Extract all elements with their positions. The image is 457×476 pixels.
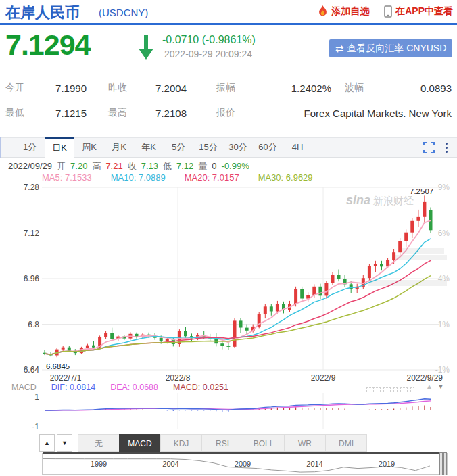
navigator-year: 1999	[91, 460, 107, 468]
add-watchlist-button[interactable]: 添加自选	[318, 5, 369, 18]
price-change: -0.0710 (-0.9861%)	[162, 34, 256, 46]
svg-text:1: 1	[34, 393, 39, 402]
period-tab-周K[interactable]: 周K	[74, 137, 104, 158]
stat-range: 波幅0.0893	[345, 76, 452, 101]
period-tab-60分[interactable]: 60分	[253, 137, 283, 158]
down-triangle-icon[interactable]: ▼	[437, 383, 444, 390]
info-segment: 高	[92, 161, 101, 171]
fullscreen-icon[interactable]	[423, 142, 435, 153]
svg-text:6.8: 6.8	[28, 320, 39, 329]
svg-text:7.28: 7.28	[24, 183, 40, 192]
left-accent	[0, 137, 1, 158]
svg-text:6.96: 6.96	[24, 274, 40, 283]
indicator-tab-WR[interactable]: WR	[284, 434, 326, 452]
phone-icon	[384, 5, 392, 18]
svg-text:1%: 1%	[438, 320, 450, 329]
info-segment: 7.12	[176, 161, 193, 171]
info-segment: 量	[198, 161, 207, 171]
period-tab-年K[interactable]: 年K	[134, 137, 164, 158]
info-segment: 0	[212, 161, 216, 171]
period-tab-5分[interactable]: 5分	[164, 137, 193, 158]
quote-page: 在岸人民币 (USDCNY) 添加自选 在APP中查看 7.1294	[0, 0, 457, 476]
stat-value: Forex Capital Markets. New York	[304, 108, 452, 119]
info-segment: 开	[57, 161, 66, 171]
reverse-rate-button[interactable]: ⇄ 查看反向汇率 CNYUSD	[329, 39, 452, 57]
navigator-year: 2014	[306, 460, 322, 468]
stat-value: 7.2108	[155, 108, 187, 119]
stat-value: 7.1990	[55, 82, 87, 94]
indicator-tab-无[interactable]: 无	[78, 434, 120, 452]
stat-value: 7.2004	[155, 82, 187, 94]
svg-text:9%: 9%	[438, 183, 450, 192]
stats-table: 今开7.1990昨收7.2004振幅1.2402%波幅0.0893最低7.121…	[5, 76, 452, 126]
indicator-tab-BOLL[interactable]: BOLL	[243, 434, 285, 452]
kebab-menu-icon[interactable]	[446, 141, 448, 153]
info-segment: MA20: 7.0157	[185, 172, 239, 183]
macd-labels: MACDDIF: 0.0814DEA: 0.0688MACD: 0.0251	[11, 383, 243, 392]
highlight-band	[402, 248, 444, 254]
info-segment: 7.20	[70, 161, 87, 171]
indicator-tab-DMI[interactable]: DMI	[325, 434, 367, 452]
symbol-label: (USDCNY)	[99, 7, 148, 18]
period-tab-1分[interactable]: 1分	[15, 137, 45, 158]
indicator-up-button[interactable]: ▲	[39, 434, 55, 452]
macd-chart[interactable]: 1-1	[0, 393, 457, 432]
history-navigator[interactable]: 19992004200920142019	[42, 453, 448, 475]
ohlc-info-line: 2022/09/29开7.20高7.21收7.13低7.12量0-0.99%	[8, 160, 254, 172]
highlight-band	[395, 255, 447, 260]
info-segment: 低	[163, 161, 172, 171]
indicator-tab-MACD[interactable]: MACD	[119, 434, 161, 452]
indicator-tab-RSI[interactable]: RSI	[201, 434, 243, 452]
stat-high: 最高7.2108	[108, 101, 187, 126]
up-triangle-icon[interactable]: ▲	[426, 383, 433, 390]
svg-text:7.12: 7.12	[24, 229, 40, 238]
navigator-year: 2019	[379, 460, 395, 468]
info-segment: 7.21	[105, 161, 122, 171]
navigator-year: 2009	[235, 460, 251, 468]
info-segment: MACD	[11, 383, 37, 392]
info-segment: 收	[128, 161, 137, 171]
stat-value: 0.0893	[420, 82, 452, 94]
stat-label: 最高	[108, 107, 127, 119]
info-segment: MA5: 7.1533	[42, 172, 92, 183]
x-tick: 2022/7/1	[50, 373, 82, 383]
info-segment: MA10: 7.0889	[111, 172, 166, 183]
ma-info-line: MA5: 7.1533MA10: 7.0889MA20: 7.0157MA30:…	[42, 172, 332, 183]
stat-label: 今开	[5, 82, 24, 94]
info-segment: MACD: 0.0251	[173, 383, 228, 392]
svg-text:6.6845: 6.6845	[46, 362, 70, 371]
current-price: 7.1294	[5, 28, 91, 62]
indicator-tabbar: ▲ ▼ 无MACDKDJRSIBOLLWRDMI	[39, 434, 367, 452]
navigator-year: 2004	[162, 460, 178, 468]
stat-label: 振幅	[216, 82, 235, 94]
navigator-handle-right[interactable]	[443, 452, 447, 475]
stat-amplitude: 振幅1.2402%	[216, 76, 331, 101]
navigator-year-labels: 19992004200920142019	[43, 454, 447, 474]
drag-dots	[365, 386, 414, 392]
navigator-handle-left[interactable]	[439, 452, 443, 475]
period-tab-30分[interactable]: 30分	[223, 137, 253, 158]
view-in-app-button[interactable]: 在APP中查看	[384, 5, 453, 18]
x-tick: 2022/9	[311, 373, 336, 383]
period-tab-日K[interactable]: 日K	[45, 137, 74, 158]
period-tab-月K[interactable]: 月K	[104, 137, 134, 158]
period-tab-4H[interactable]: 4H	[283, 137, 312, 158]
indicator-tab-KDJ[interactable]: KDJ	[160, 434, 202, 452]
stat-label: 报价	[216, 107, 235, 119]
info-segment: 2022/09/29	[8, 161, 52, 171]
indicator-tabs: 无MACDKDJRSIBOLLWRDMI	[78, 434, 367, 452]
stat-low: 最低7.1215	[5, 101, 87, 126]
swap-icon: ⇄	[335, 43, 344, 55]
quote-timestamp: 2022-09-29 20:09:24	[164, 49, 252, 60]
x-axis-labels: 2022/7/12022/82022/92022/9/29	[0, 373, 457, 383]
info-segment: DEA: 0.0688	[110, 383, 158, 392]
period-tab-15分[interactable]: 15分	[193, 137, 223, 158]
stat-open: 今开7.1990	[5, 76, 87, 101]
stat-source: 报价Forex Capital Markets. New York	[216, 101, 452, 126]
period-tabs: 1分日K周K月K年K5分15分30分60分4H	[15, 137, 312, 158]
indicator-down-button[interactable]: ▼	[57, 434, 72, 452]
highlight-band	[368, 280, 447, 286]
page-title: 在岸人民币	[5, 3, 80, 23]
stat-label: 最低	[5, 107, 24, 119]
stat-prev-close: 昨收7.2004	[108, 76, 187, 101]
